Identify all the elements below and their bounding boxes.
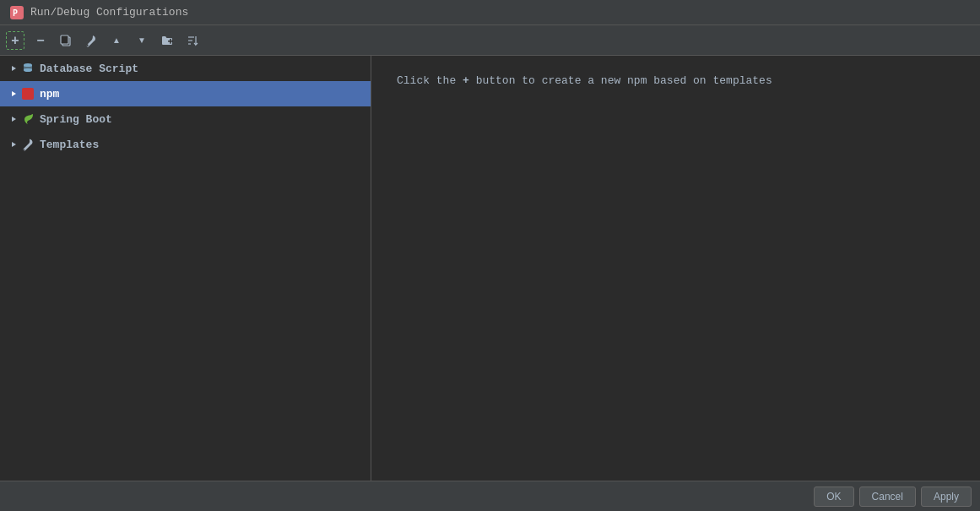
main-content: Database Script npm: [0, 56, 980, 481]
svg-point-13: [24, 68, 32, 72]
svg-rect-3: [61, 35, 68, 44]
dialog-title: Run/Debug Configurations: [30, 6, 188, 19]
svg-text:P: P: [13, 8, 18, 18]
plus-sign: +: [463, 74, 469, 87]
move-down-button[interactable]: ▼: [130, 29, 154, 52]
tree-label-spring: Spring Boot: [40, 113, 112, 126]
sort-icon: [186, 34, 199, 47]
tree-item-database-script[interactable]: Database Script: [0, 56, 371, 81]
svg-rect-4: [87, 44, 89, 46]
svg-marker-16: [12, 117, 16, 122]
edit-button[interactable]: [79, 29, 103, 52]
tree-item-templates[interactable]: Templates: [0, 132, 371, 157]
npm-icon: [20, 86, 35, 101]
tree-item-spring-boot[interactable]: Spring Boot: [0, 106, 371, 132]
svg-marker-17: [12, 142, 16, 147]
copy-button[interactable]: [54, 29, 78, 52]
move-down-icon: ▼: [138, 35, 146, 45]
dialog-body: + − ▲ ▼: [0, 25, 980, 511]
expand-arrow-spring: [7, 112, 20, 126]
spring-icon: [20, 111, 35, 127]
svg-point-18: [24, 149, 25, 151]
sidebar: Database Script npm: [0, 56, 371, 481]
expand-arrow-database: [7, 62, 20, 75]
svg-rect-6: [170, 38, 171, 43]
remove-button[interactable]: −: [29, 29, 52, 52]
toolbar: + − ▲ ▼: [0, 25, 980, 56]
expand-arrow-npm: [7, 87, 20, 101]
title-bar: P Run/Debug Configurations: [0, 0, 980, 25]
tree-label-database: Database Script: [40, 63, 138, 75]
ok-button[interactable]: OK: [814, 487, 853, 507]
bottom-bar: OK Cancel Apply: [0, 481, 980, 511]
copy-icon: [59, 34, 73, 47]
apply-button[interactable]: Apply: [921, 487, 972, 507]
wrench-icon: [84, 34, 98, 47]
svg-marker-10: [12, 66, 16, 71]
tree-item-npm[interactable]: npm: [0, 81, 371, 106]
cancel-button[interactable]: Cancel: [859, 487, 916, 507]
folder-icon: [160, 34, 174, 47]
add-icon: +: [6, 31, 24, 50]
move-up-icon: ▲: [112, 35, 121, 45]
move-up-button[interactable]: ▲: [105, 29, 128, 52]
tree-label-npm: npm: [40, 88, 59, 101]
expand-arrow-templates: [7, 138, 20, 151]
database-icon: [20, 61, 35, 76]
add-button[interactable]: +: [3, 29, 27, 52]
detail-panel: Click the + button to create a new npm b…: [371, 56, 980, 481]
svg-marker-15: [12, 91, 16, 96]
folder-button[interactable]: [155, 29, 179, 52]
detail-message: Click the + button to create a new npm b…: [397, 73, 772, 90]
sort-button[interactable]: [181, 29, 204, 52]
app-logo: P: [10, 6, 24, 19]
tree-label-templates: Templates: [40, 139, 99, 151]
templates-wrench-icon: [20, 137, 35, 152]
remove-icon: −: [36, 33, 44, 48]
